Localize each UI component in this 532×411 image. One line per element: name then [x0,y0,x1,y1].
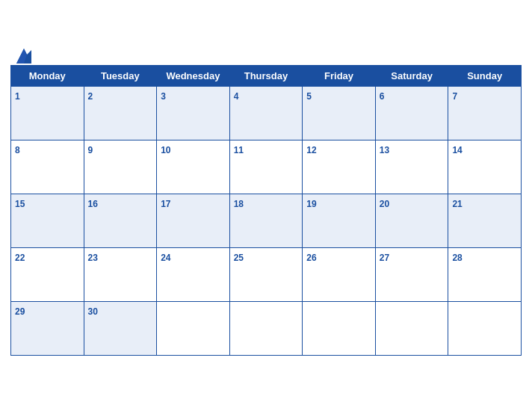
calendar-day-cell: 27 [375,247,448,301]
day-number: 5 [306,91,312,102]
calendar-day-cell: 14 [448,140,522,194]
calendar-header [10,53,522,59]
day-number: 7 [452,91,457,102]
day-number: 1 [15,91,20,102]
calendar-day-cell: 25 [229,247,303,301]
calendar-day-cell [375,301,448,355]
day-number: 27 [380,253,389,263]
calendar-week-row: 2930 [11,301,522,355]
calendar-day-cell: 15 [11,194,84,247]
day-number: 18 [234,199,244,209]
calendar-day-cell: 21 [448,194,522,247]
day-number: 23 [88,253,98,263]
calendar-day-cell: 9 [84,140,157,194]
calendar-day-cell: 17 [157,194,230,247]
day-number: 8 [15,145,20,155]
day-number: 29 [15,306,25,317]
calendar-day-cell: 6 [375,86,448,140]
calendar-wrapper: Monday Tuesday Wednesday Thursday Friday… [0,46,532,366]
calendar-day-cell: 20 [375,194,448,247]
calendar-day-cell [157,301,230,355]
calendar-day-cell: 5 [303,86,376,140]
calendar-table: Monday Tuesday Wednesday Thursday Friday… [10,65,522,356]
day-number: 2 [88,91,93,102]
calendar-day-cell: 26 [303,247,376,301]
header-saturday: Saturday [375,65,448,86]
calendar-day-cell: 19 [303,194,376,247]
calendar-day-cell: 18 [229,194,303,247]
day-number: 10 [161,145,170,155]
calendar-body: 1234567891011121314151617181920212223242… [11,86,522,355]
calendar-day-cell: 4 [229,86,303,140]
header-sunday: Sunday [448,65,522,86]
calendar-day-cell: 1 [11,86,84,140]
calendar-day-cell: 28 [448,247,522,301]
day-number: 13 [380,145,389,155]
calendar-day-cell: 16 [84,194,157,247]
logo-combined [10,43,39,69]
calendar-day-cell: 30 [84,301,157,355]
calendar-day-cell: 10 [157,140,230,194]
calendar-week-row: 22232425262728 [11,247,522,301]
calendar-week-row: 891011121314 [11,140,522,194]
calendar-day-cell: 8 [11,140,84,194]
day-number: 15 [15,199,25,209]
day-number: 24 [161,253,170,263]
day-number: 28 [452,253,462,263]
calendar-day-cell: 29 [11,301,84,355]
day-number: 25 [234,253,244,263]
day-number: 11 [234,145,244,155]
day-number: 22 [15,253,25,263]
calendar-thead: Monday Tuesday Wednesday Thursday Friday… [11,65,522,86]
day-number: 21 [452,199,462,209]
day-number: 17 [161,199,170,209]
day-number: 4 [234,91,239,102]
day-number: 3 [161,91,166,102]
calendar-day-cell [303,301,376,355]
day-number: 19 [306,199,316,209]
calendar-week-row: 1234567 [11,86,522,140]
day-number: 14 [452,145,462,155]
day-number: 6 [380,91,385,102]
calendar-day-cell: 2 [84,86,157,140]
logo-icon [10,43,37,69]
calendar-day-cell: 23 [84,247,157,301]
calendar-day-cell: 7 [448,86,522,140]
header-wednesday: Wednesday [157,65,230,86]
day-number: 12 [306,145,316,155]
logo-area [10,43,39,69]
header-tuesday: Tuesday [84,65,157,86]
day-number: 9 [88,145,93,155]
day-number: 20 [380,199,389,209]
header-thursday: Thursday [229,65,303,86]
calendar-day-cell: 11 [229,140,303,194]
calendar-day-cell: 3 [157,86,230,140]
calendar-day-cell: 24 [157,247,230,301]
calendar-day-cell: 12 [303,140,376,194]
calendar-day-cell [448,301,522,355]
day-number: 16 [88,199,98,209]
day-number: 30 [88,306,98,317]
calendar-day-cell: 13 [375,140,448,194]
weekday-header-row: Monday Tuesday Wednesday Thursday Friday… [11,65,522,86]
header-friday: Friday [303,65,376,86]
calendar-week-row: 15161718192021 [11,194,522,247]
day-number: 26 [306,253,316,263]
calendar-day-cell: 22 [11,247,84,301]
calendar-day-cell [229,301,303,355]
